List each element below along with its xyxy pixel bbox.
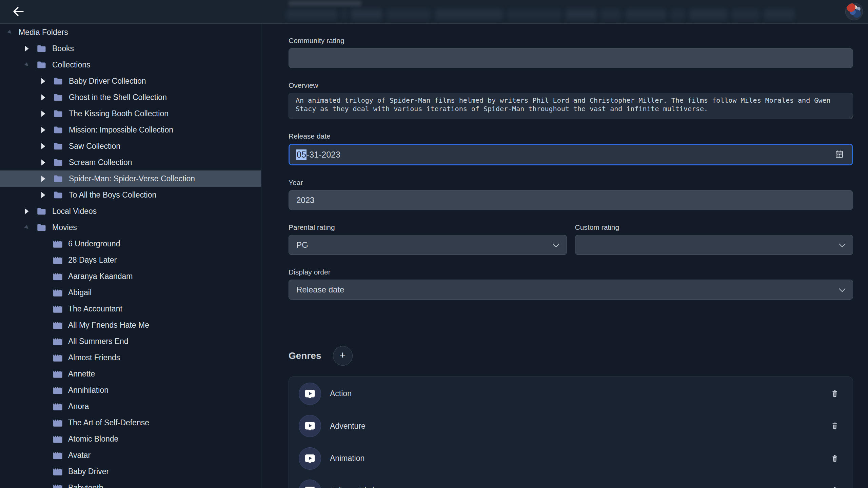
calendar-icon: [835, 149, 844, 160]
genre-label: Action: [330, 389, 830, 398]
tree-item-label: Baby Driver Collection: [69, 77, 146, 86]
sidebar-item-all-summers-end[interactable]: All Summers End: [0, 333, 261, 349]
collapse-arrow-icon[interactable]: [40, 159, 46, 166]
overview-textarea[interactable]: An animated trilogy of Spider-Man films …: [289, 93, 853, 119]
tree-item-label: Annette: [68, 369, 95, 379]
sidebar-item-the-art-of-self-defense[interactable]: The Art of Self-Defense: [0, 414, 261, 431]
media-folders-tree: Media FoldersBooksCollectionsBaby Driver…: [0, 24, 261, 488]
trash-icon: [831, 487, 839, 488]
custom-rating-label: Custom rating: [575, 223, 853, 231]
parental-rating-select[interactable]: PG: [289, 235, 567, 255]
sidebar-item-annette[interactable]: Annette: [0, 366, 261, 382]
sidebar-item-scream-collection[interactable]: Scream Collection: [0, 154, 261, 170]
tree-item-label: The Accountant: [68, 304, 122, 313]
sidebar-item-collections[interactable]: Collections: [0, 57, 261, 73]
tree-item-label: Saw Collection: [69, 142, 120, 151]
collapse-arrow-icon[interactable]: [40, 110, 46, 117]
sidebar-item-media-folders[interactable]: Media Folders: [0, 24, 261, 40]
display-order-select[interactable]: Release date: [289, 280, 853, 300]
folder-icon: [35, 222, 48, 232]
sidebar-item-avatar[interactable]: Avatar: [0, 447, 261, 463]
sidebar-item-the-accountant[interactable]: The Accountant: [0, 301, 261, 317]
movie-icon: [52, 336, 64, 347]
collapse-arrow-icon[interactable]: [40, 192, 46, 198]
sidebar-item-saw-collection[interactable]: Saw Collection: [0, 138, 261, 154]
collapse-arrow-icon[interactable]: [40, 143, 46, 149]
genre-avatar: [299, 480, 321, 488]
sidebar-item-almost-friends[interactable]: Almost Friends: [0, 349, 261, 366]
back-button[interactable]: [10, 4, 26, 20]
sidebar-item-aaranya-kaandam[interactable]: Aaranya Kaandam: [0, 268, 261, 284]
expand-arrow-icon[interactable]: [7, 30, 13, 35]
tree-item-label: Collections: [52, 60, 91, 69]
movie-icon: [52, 433, 64, 445]
blurred-text-blob: [435, 9, 503, 19]
collapse-arrow-icon[interactable]: [40, 127, 46, 133]
collapse-arrow-icon[interactable]: [40, 78, 46, 84]
tree-item-label: The Kissing Booth Collection: [69, 109, 169, 118]
tree-item-label: The Art of Self-Defense: [68, 418, 149, 427]
sidebar-item-the-kissing-booth-collection[interactable]: The Kissing Booth Collection: [0, 105, 261, 122]
display-order-label: Display order: [289, 268, 853, 276]
delete-genre-button[interactable]: [830, 421, 840, 431]
custom-rating-select[interactable]: [575, 235, 853, 255]
sidebar-item-books[interactable]: Books: [0, 40, 261, 57]
blurred-text-blob: [671, 9, 685, 19]
sidebar-item-anora[interactable]: Anora: [0, 398, 261, 414]
expand-arrow-icon[interactable]: [24, 225, 30, 230]
calendar-button[interactable]: [832, 145, 846, 164]
user-avatar[interactable]: [845, 3, 863, 20]
delete-genre-button[interactable]: [830, 389, 840, 399]
sidebar-item-ghost-in-the-shell-collection[interactable]: Ghost in the Shell Collection: [0, 89, 261, 105]
community-rating-input[interactable]: [289, 48, 853, 68]
tree-item-label: To All the Boys Collection: [69, 190, 156, 200]
movie-icon: [52, 417, 64, 428]
tree-item-label: Anora: [68, 402, 89, 411]
release-date-input[interactable]: 05-31-2023: [289, 144, 853, 165]
expand-arrow-icon[interactable]: [24, 63, 30, 67]
sidebar-item-baby-driver[interactable]: Baby Driver: [0, 463, 261, 480]
video-icon: [304, 486, 316, 488]
sidebar-item-atomic-blonde[interactable]: Atomic Blonde: [0, 431, 261, 447]
date-selected-segment: 05: [296, 149, 307, 160]
collapse-arrow-icon[interactable]: [24, 45, 30, 52]
movie-icon: [52, 254, 64, 266]
sidebar-item-movies[interactable]: Movies: [0, 219, 261, 236]
sidebar-item-all-my-friends-hate-me[interactable]: All My Friends Hate Me: [0, 317, 261, 333]
sidebar-item-baby-driver-collection[interactable]: Baby Driver Collection: [0, 73, 261, 89]
sidebar-item-abigail[interactable]: Abigail: [0, 284, 261, 301]
sidebar-item-spider-man-spider-verse-collection[interactable]: Spider-Man: Spider-Verse Collection: [0, 170, 261, 187]
movie-icon: [52, 384, 64, 396]
blurred-text-blob: [342, 9, 347, 19]
folder-icon: [52, 108, 64, 119]
sidebar-item-28-days-later[interactable]: 28 Days Later: [0, 252, 261, 268]
tree-item-label: Almost Friends: [68, 353, 120, 362]
sidebar-item-mission-impossible-collection[interactable]: Mission: Impossible Collection: [0, 122, 261, 138]
blurred-scrolled-label: [289, 1, 361, 6]
genre-label: Adventure: [330, 422, 830, 431]
tree-item-label: Local Videos: [52, 207, 97, 216]
collapse-arrow-icon[interactable]: [24, 208, 30, 215]
collapse-arrow-icon[interactable]: [40, 176, 46, 182]
blurred-text-blob: [287, 9, 337, 19]
delete-genre-button[interactable]: [830, 453, 840, 464]
sidebar-item-6-underground[interactable]: 6 Underground: [0, 236, 261, 252]
delete-genre-button[interactable]: [830, 486, 840, 488]
sidebar-item-annihilation[interactable]: Annihilation: [0, 382, 261, 398]
blurred-text-blob: [387, 9, 431, 19]
blurred-text-blob: [566, 9, 596, 19]
chevron-down-icon: [552, 240, 560, 250]
add-genre-button[interactable]: +: [333, 346, 353, 366]
movie-icon: [52, 319, 64, 331]
genres-heading: Genres: [289, 350, 321, 361]
blurred-text-blob: [732, 9, 760, 19]
tree-item-label: Aaranya Kaandam: [68, 272, 133, 281]
display-order-value: Release date: [296, 285, 344, 294]
year-input[interactable]: [289, 190, 853, 210]
collapse-arrow-icon[interactable]: [40, 94, 46, 101]
folder-icon: [35, 206, 48, 216]
movie-icon: [52, 352, 64, 363]
sidebar-item-to-all-the-boys-collection[interactable]: To All the Boys Collection: [0, 187, 261, 203]
sidebar-item-babyteeth[interactable]: Babyteeth: [0, 480, 261, 488]
sidebar-item-local-videos[interactable]: Local Videos: [0, 203, 261, 219]
